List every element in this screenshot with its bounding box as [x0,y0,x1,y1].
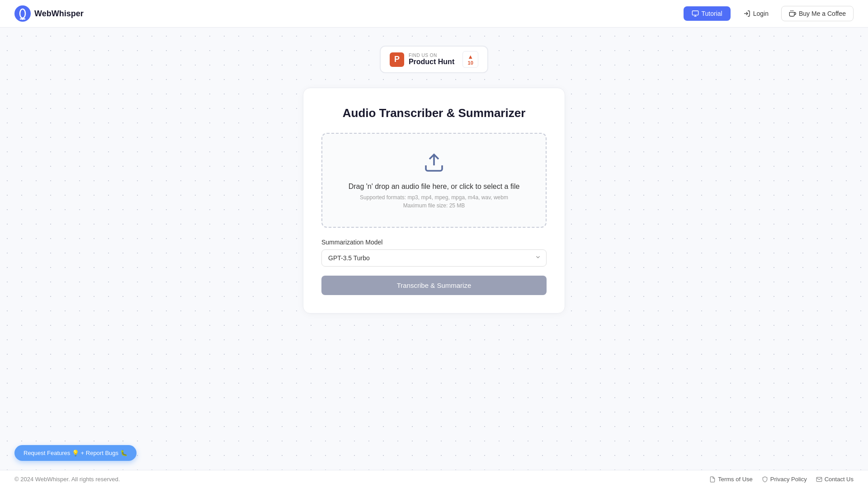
mail-icon [816,476,822,483]
ph-vote-count: 10 [468,60,473,66]
login-button[interactable]: Login [736,6,776,21]
brand-name: WebWhisper [34,9,84,19]
ph-vote-arrow: ▲ [467,53,473,60]
drop-zone-formats: Supported formats: mp3, mp4, mpeg, mpga,… [331,194,537,201]
shield-icon [762,476,768,483]
drop-zone-size: Maximum file size: 25 MB [331,202,537,209]
contact-link[interactable]: Contact Us [816,476,854,483]
model-label: Summarization Model [321,239,547,246]
terms-link[interactable]: Terms of Use [709,476,753,483]
page-title: Audio Transcriber & Summarizer [321,106,547,120]
terms-icon [709,476,716,483]
privacy-link[interactable]: Privacy Policy [762,476,807,483]
footer: © 2024 WebWhisper. All rights reserved. … [0,470,868,488]
product-hunt-banner[interactable]: P FIND US ON Product Hunt ▲ 10 [380,46,488,73]
main-content: P FIND US ON Product Hunt ▲ 10 Audio Tra… [0,28,868,350]
main-card: Audio Transcriber & Summarizer Drag 'n' … [303,88,565,314]
ph-logo-icon: P [390,52,404,67]
coffee-icon [789,10,796,17]
footer-copyright: © 2024 WebWhisper. All rights reserved. [14,476,120,483]
brand-link[interactable]: WebWhisper [14,5,84,22]
tutorial-button[interactable]: Tutorial [684,6,731,21]
transcribe-button[interactable]: Transcribe & Summarize [321,276,547,295]
login-icon [743,10,750,17]
drop-zone-text: Drag 'n' drop an audio file here, or cli… [331,183,537,191]
request-features-button[interactable]: Request Features 💡 + Report Bugs 🐛 [14,445,137,461]
coffee-button[interactable]: Buy Me a Coffee [781,6,854,21]
model-select[interactable]: GPT-3.5 Turbo GPT-4 GPT-4 Turbo [321,249,547,267]
footer-links: Terms of Use Privacy Policy Contact Us [709,476,854,483]
ph-text: FIND US ON Product Hunt [409,53,454,66]
svg-rect-4 [692,11,698,15]
brand-logo-icon [14,5,31,22]
navbar: WebWhisper Tutorial Login Buy Me a Coffe… [0,0,868,28]
file-drop-zone[interactable]: Drag 'n' drop an audio file here, or cli… [321,133,547,228]
upload-icon [423,152,445,174]
navbar-actions: Tutorial Login Buy Me a Coffee [684,6,854,21]
ph-votes: ▲ 10 [462,51,478,68]
monitor-icon [692,10,699,17]
model-select-wrapper: GPT-3.5 Turbo GPT-4 GPT-4 Turbo [321,249,547,267]
